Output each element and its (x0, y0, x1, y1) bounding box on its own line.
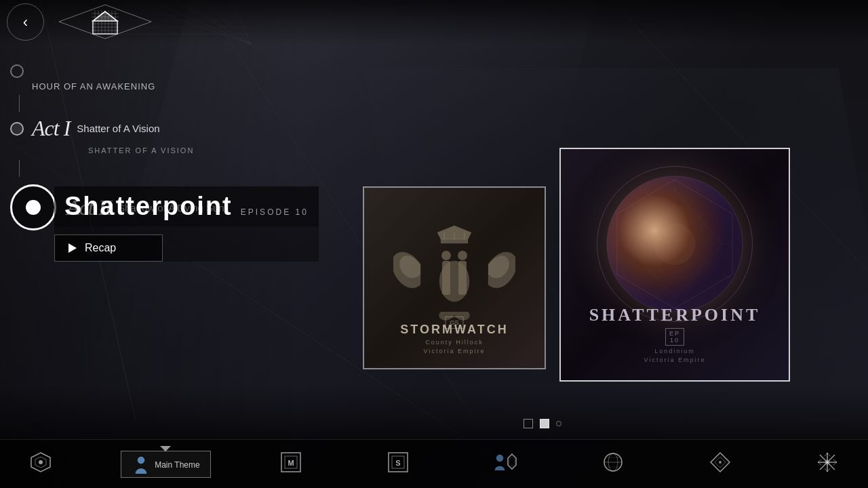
act1-sub-label: SHATTER OF A VISION (0, 145, 271, 160)
main-theme-char-icon (132, 455, 151, 474)
shatterpoint-location: Londinium (561, 348, 789, 354)
act2-inner-dot (26, 200, 41, 215)
svg-text:M: M (288, 459, 294, 467)
act1-dot (10, 122, 24, 136)
svg-marker-59 (509, 457, 515, 466)
intel-icon (493, 451, 517, 476)
svg-marker-30 (93, 12, 117, 21)
main-theme-label: Main Theme (155, 460, 199, 470)
prologue-label: HOUR OF AN AWAKENING (0, 78, 271, 95)
nav-item-archive[interactable] (693, 448, 747, 480)
faction-icon (30, 451, 52, 476)
page-dot-2[interactable] (540, 419, 549, 428)
act1-row[interactable]: Act I Shatter of A Vision (0, 112, 271, 145)
recap-button[interactable]: Recap (54, 235, 163, 262)
home-diamond-svg (58, 3, 153, 41)
svg-rect-32 (441, 239, 468, 243)
episode-panel: Shatterpoint EPISODE 10 Recap (54, 186, 319, 262)
bottom-nav: Main Theme M S (0, 439, 868, 488)
map-cards-area: GS STORMWATCH County Hillock Victoria Em… (305, 108, 848, 420)
svg-point-67 (719, 461, 722, 464)
back-button[interactable]: ‹ (7, 3, 44, 41)
stormwatch-title-area: STORMWATCH County Hillock Victoria Empir… (364, 323, 545, 354)
shatterpoint-title-area: SHATTERPOINT EP10 Londinium Victoria Emp… (561, 305, 789, 363)
connector-line-1 (19, 95, 20, 112)
svg-point-38 (441, 251, 451, 260)
svg-point-49 (39, 460, 43, 464)
svg-point-57 (496, 455, 503, 462)
recap-label: Recap (85, 242, 116, 254)
stormwatch-card[interactable]: GS STORMWATCH County Hillock Victoria Em… (363, 186, 546, 369)
shatterpoint-bg: SHATTERPOINT EP10 Londinium Victoria Emp… (561, 149, 789, 380)
prologue-dot (10, 64, 24, 78)
shatterpoint-symbol (593, 169, 756, 325)
ep-badge: EP10 (665, 328, 684, 346)
episode-name: Shatterpoint (64, 192, 233, 221)
operations-icon: M (280, 451, 302, 476)
shatterpoint-title: SHATTERPOINT (561, 305, 789, 325)
home-icon[interactable] (58, 3, 153, 41)
page-dot-3[interactable] (556, 421, 561, 426)
episode-tag: EPISODE 10 (241, 207, 309, 217)
svg-point-50 (138, 457, 144, 464)
shatterpoint-ep-row: EP10 (561, 328, 789, 346)
griffin-emblem (393, 224, 515, 332)
stormwatch-inner: GS STORMWATCH County Hillock Victoria Em… (364, 188, 545, 368)
nav-item-squads[interactable]: S (371, 448, 425, 480)
page-dot-1[interactable] (524, 419, 533, 428)
nav-item-intel[interactable] (478, 448, 532, 480)
shatterpoint-inner: SHATTERPOINT EP10 Londinium Victoria Emp… (561, 149, 789, 380)
nav-item-main-theme[interactable]: Main Theme (121, 451, 210, 478)
act1-subtitle: Shatter of A Vision (77, 123, 159, 134)
world-icon (602, 451, 624, 476)
nav-item-operations[interactable]: M (264, 448, 318, 480)
prologue-row (0, 64, 271, 78)
home-area (58, 3, 153, 41)
play-icon (68, 243, 77, 253)
stormwatch-bg: GS STORMWATCH County Hillock Victoria Em… (364, 188, 545, 368)
squads-icon: S (387, 451, 409, 476)
act1-label: Act I (32, 116, 70, 141)
episode-header: Shatterpoint EPISODE 10 (54, 186, 319, 226)
svg-rect-37 (442, 261, 450, 295)
main-theme-content: Main Theme (132, 455, 199, 474)
shatterpoint-card[interactable]: SHATTERPOINT EP10 Londinium Victoria Emp… (559, 148, 790, 382)
svg-point-40 (458, 251, 467, 260)
act2-dot-large (10, 184, 56, 230)
svg-rect-39 (458, 261, 467, 295)
active-indicator (160, 446, 171, 451)
stormwatch-title: STORMWATCH (364, 323, 545, 337)
stormwatch-publisher: Victoria Empire (364, 348, 545, 354)
misc-icon (816, 451, 838, 476)
ep-number: 10 (670, 337, 679, 344)
svg-text:S: S (395, 459, 400, 467)
nav-item-faction[interactable] (14, 448, 68, 480)
stormwatch-location: County Hillock (364, 339, 545, 346)
nav-item-misc[interactable] (800, 448, 854, 480)
shatterpoint-publisher: Victoria Empire (561, 357, 789, 363)
archive-icon (709, 451, 731, 476)
pagination (524, 419, 561, 428)
connector-line-2 (19, 160, 20, 177)
recap-area: Recap (54, 235, 319, 262)
top-nav: ‹ (0, 0, 868, 44)
nav-item-world[interactable] (586, 448, 640, 480)
